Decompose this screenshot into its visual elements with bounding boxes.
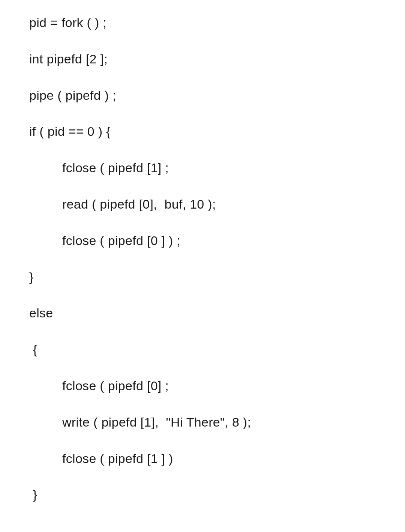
code-line-12: write ( pipefd [1], "Hi There", 8 ); xyxy=(29,415,405,430)
code-line-5: fclose ( pipefd [1] ; xyxy=(29,160,405,176)
code-line-14: } xyxy=(29,487,405,502)
code-line-2: int pipefd [2 ]; xyxy=(29,51,405,67)
code-line-6: read ( pipefd [0], buf, 10 ); xyxy=(29,197,405,212)
code-line-4: if ( pid == 0 ) { xyxy=(29,124,405,139)
code-line-3: pipe ( pipefd ) ; xyxy=(29,88,405,103)
code-line-8: } xyxy=(29,269,405,285)
code-line-10: { xyxy=(29,342,405,357)
code-line-1: pid = fork ( ) ; xyxy=(29,15,405,30)
code-line-11: fclose ( pipefd [0] ; xyxy=(29,378,405,394)
code-line-13: fclose ( pipefd [1 ] ) xyxy=(29,451,405,466)
code-line-9: else xyxy=(29,305,405,321)
code-line-7: fclose ( pipefd [0 ] ) ; xyxy=(29,233,405,248)
